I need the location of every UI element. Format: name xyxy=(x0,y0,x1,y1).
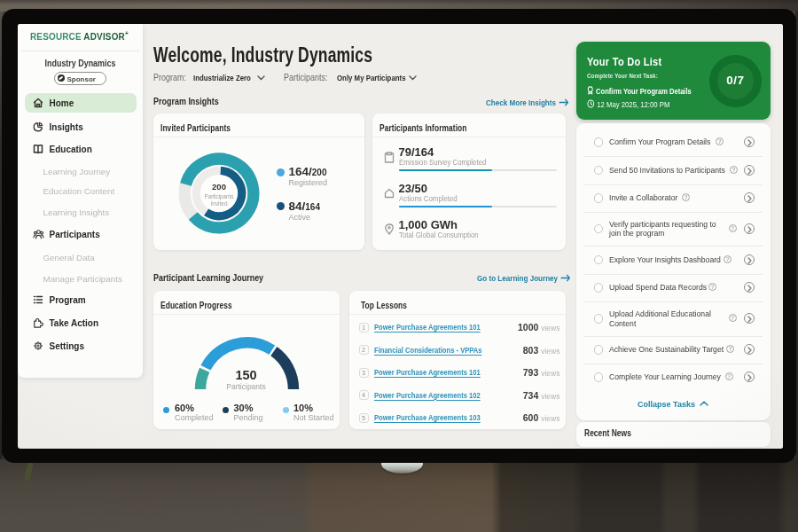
svg-text:Invited: Invited xyxy=(210,200,227,207)
svg-text:200: 200 xyxy=(212,182,226,192)
svg-text:Participants: Participants xyxy=(204,193,234,200)
